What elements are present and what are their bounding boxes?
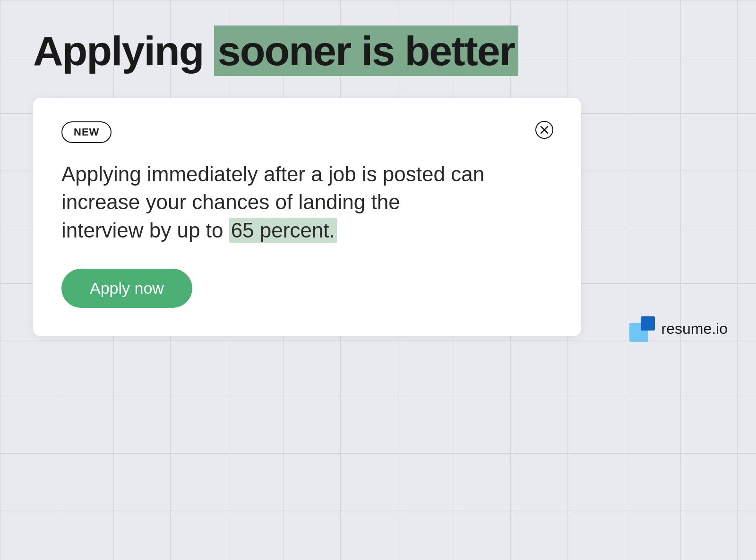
branding-name: resume.io <box>662 320 728 338</box>
content-wrapper: Applying sooner is better NEW Applying i… <box>0 0 756 365</box>
resume-io-logo <box>629 316 655 342</box>
close-icon <box>535 120 554 139</box>
main-headline: Applying sooner is better <box>33 28 518 74</box>
apply-now-button[interactable]: Apply now <box>61 269 192 308</box>
close-button[interactable] <box>533 119 556 141</box>
new-badge: NEW <box>61 121 112 143</box>
headline-plain-text: Applying <box>33 27 214 74</box>
logo-square-front <box>641 316 655 331</box>
branding: resume.io <box>629 316 728 342</box>
headline-highlighted-text: sooner is better <box>214 25 518 76</box>
info-card: NEW Applying immediately after a job is … <box>33 98 581 336</box>
body-text-highlighted: 65 percent. <box>229 218 337 243</box>
card-body-text: Applying immediately after a job is post… <box>61 160 487 244</box>
